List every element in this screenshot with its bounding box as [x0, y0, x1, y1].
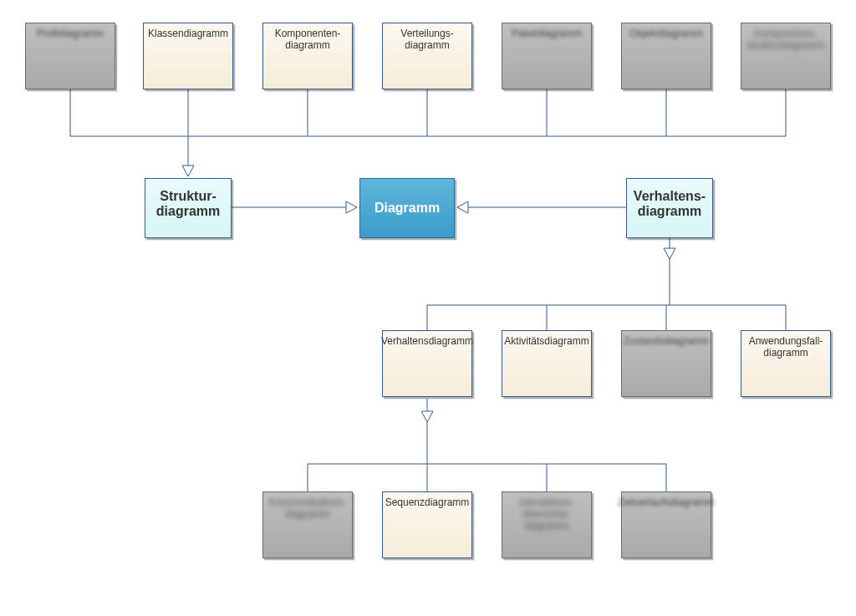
label: Paketdiagramm — [512, 28, 582, 40]
node-komponentendiagramm: Komponenten-diagramm — [262, 23, 353, 89]
label: Verhaltensdiagramm — [381, 336, 473, 348]
label: Diagramm — [374, 201, 440, 216]
label: Interaktions-übersichts-diagramm — [519, 497, 574, 532]
label: Zustandsdiagramm — [624, 336, 710, 348]
node-verteilungsdiagramm: Verteilungs-diagramm — [382, 23, 472, 89]
label: Struktur-diagramm — [156, 189, 220, 220]
label: Verteilungs-diagramm — [400, 28, 453, 52]
node-paketdiagramm: Paketdiagramm — [502, 23, 592, 89]
node-kompositionsstrukturdiagramm: Kompositions-strukturdiagramm — [741, 23, 831, 89]
node-objektdiagramm: Objektdiagramm — [621, 23, 711, 89]
node-diagramm-root: Diagramm — [359, 178, 455, 238]
diagram-canvas: Profildiagramm Klassendiagramm Komponent… — [0, 0, 856, 616]
label: Komponenten-diagramm — [275, 28, 341, 52]
label: Klassendiagramm — [148, 28, 228, 40]
node-zeitverlaufsdiagramm: Zeitverlaufsdiagramm — [621, 491, 711, 558]
node-kommunikationsdiagramm: Kommunikations-diagramm — [262, 491, 353, 558]
label: Kompositions-strukturdiagramm — [746, 28, 824, 52]
svg-marker-23 — [421, 411, 433, 422]
node-anwendungsfalldiagramm: Anwendungsfall-diagramm — [741, 330, 831, 397]
node-verhaltensdiagramm-sub: Verhaltensdiagramm — [382, 330, 472, 397]
node-zustandsdiagramm: Zustandsdiagramm — [621, 330, 711, 397]
svg-marker-11 — [346, 201, 357, 213]
label: Objektdiagramm — [629, 28, 703, 40]
label: Kommunikations-diagramm — [269, 497, 347, 521]
label: Verhaltens-diagramm — [634, 189, 706, 220]
label: Anwendungsfall-diagramm — [749, 336, 823, 359]
node-klassendiagramm: Klassendiagramm — [143, 23, 233, 89]
node-interaktionsuebersichtsdiagramm: Interaktions-übersichts-diagramm — [502, 491, 592, 558]
label: Sequenzdiagramm — [385, 497, 470, 509]
node-verhaltensdiagramm: Verhaltens-diagramm — [626, 178, 713, 238]
label: Profildiagramm — [37, 28, 104, 40]
node-profildiagramm: Profildiagramm — [25, 23, 115, 89]
label: Zeitverlaufsdiagramm — [618, 497, 714, 509]
svg-marker-9 — [182, 165, 194, 176]
svg-marker-15 — [664, 248, 675, 259]
label: Aktivitätsdiagramm — [504, 336, 588, 348]
node-aktivitaetsdiagramm: Aktivitätsdiagramm — [502, 330, 592, 397]
node-sequenzdiagramm: Sequenzdiagramm — [382, 491, 472, 558]
svg-marker-13 — [457, 201, 468, 213]
node-strukturdiagramm: Struktur-diagramm — [145, 178, 232, 238]
